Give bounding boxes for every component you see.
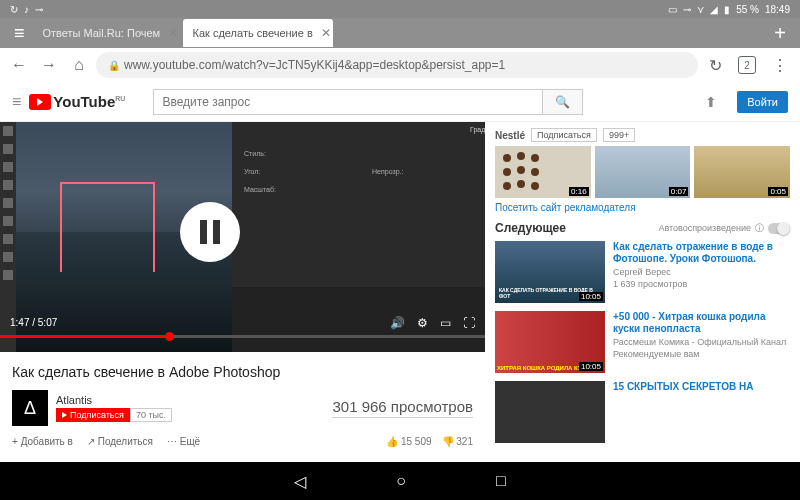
- ad-subcount: 999+: [603, 128, 635, 142]
- home-nav-icon[interactable]: ○: [396, 472, 406, 490]
- upload-icon[interactable]: ⬆: [693, 94, 729, 110]
- home-button[interactable]: ⌂: [66, 52, 92, 78]
- ad-thumb-2[interactable]: 0:07: [595, 146, 691, 198]
- page-content: ≡ YouTube RU 🔍 ⬆ Войти: [0, 82, 800, 462]
- channel-row: Δ Atlantis Подписаться 70 тыс. 301 966 п…: [12, 390, 473, 426]
- autoplay-toggle[interactable]: Автовоспроизведение ⓘ: [658, 222, 790, 235]
- settings-icon[interactable]: ⚙: [417, 316, 428, 330]
- clock: 18:49: [765, 4, 790, 15]
- main-content: ГрадиентОбводкаТекстура Стиль: Угол: Мас…: [0, 122, 800, 462]
- toggle-switch[interactable]: [768, 223, 790, 234]
- youtube-menu-icon[interactable]: ≡: [12, 93, 21, 111]
- player-time: 1:47 / 5:07: [10, 317, 57, 328]
- menu-icon[interactable]: ≡: [6, 23, 33, 44]
- dislike-button[interactable]: 👎 321: [442, 436, 473, 447]
- rec-views: Рекомендуемые вам: [613, 349, 790, 359]
- youtube-logo[interactable]: YouTube RU: [29, 93, 125, 110]
- player-controls: 🔊 ⚙ ▭ ⛶: [390, 316, 475, 330]
- back-nav-icon[interactable]: ◁: [294, 472, 306, 491]
- view-count: 301 966 просмотров: [332, 398, 473, 418]
- close-tab-icon[interactable]: ✕: [168, 26, 178, 40]
- browser-url-bar: ← → ⌂ 🔒 www.youtube.com/watch?v=JcTN5yKK…: [0, 48, 800, 82]
- rec-thumbnail: [495, 381, 605, 443]
- fullscreen-icon[interactable]: ⛶: [463, 316, 475, 330]
- browser-tab-bar: ≡ Ответы Mail.Ru: Почем ✕ Как сделать св…: [0, 18, 800, 48]
- url-input[interactable]: 🔒 www.youtube.com/watch?v=JcTN5yKKij4&ap…: [96, 52, 698, 78]
- rec-title: 15 СКРЫТЫХ СЕКРЕТОВ НА: [613, 381, 790, 393]
- ad-subscribe-button[interactable]: Подписаться: [531, 128, 597, 142]
- reload-button[interactable]: ↻: [702, 52, 728, 78]
- sign-in-button[interactable]: Войти: [737, 91, 788, 113]
- lock-icon: 🔒: [108, 60, 120, 71]
- info-icon[interactable]: ⓘ: [755, 222, 764, 235]
- browser-menu-button[interactable]: ⋮: [766, 56, 794, 75]
- ad-thumb-1[interactable]: 0:16: [495, 146, 591, 198]
- recommendation-2[interactable]: ХИТРАЯ КОШКА РОДИЛА КУ 10:05 +50 000 - Х…: [495, 311, 790, 373]
- add-to-button[interactable]: + Добавить в: [12, 436, 73, 447]
- new-tab-button[interactable]: +: [766, 22, 794, 45]
- recommendation-3[interactable]: 15 СКРЫТЫХ СЕКРЕТОВ НА: [495, 381, 790, 443]
- duration-badge: 0:16: [569, 187, 589, 196]
- tab-title: Ответы Mail.Ru: Почем: [43, 27, 161, 39]
- rec-views: 1 639 просмотров: [613, 279, 790, 289]
- subscriber-count: 70 тыс.: [130, 408, 172, 422]
- rec-channel: Сергей Верес: [613, 267, 790, 277]
- duration-badge: 0:07: [669, 187, 689, 196]
- channel-avatar[interactable]: Δ: [12, 390, 48, 426]
- ad-thumbnails: 0:16 0:07 0:05: [495, 146, 790, 198]
- recent-nav-icon[interactable]: □: [496, 472, 506, 490]
- back-button[interactable]: ←: [6, 52, 32, 78]
- video-info: Как сделать свечение в Adobe Photoshop Δ…: [0, 352, 485, 459]
- notification-icon: ↻: [10, 4, 18, 15]
- search-form: 🔍: [153, 89, 583, 115]
- tab-1[interactable]: Ответы Mail.Ru: Почем ✕: [33, 19, 183, 47]
- ad-header: Nestlé Подписаться 999+: [495, 128, 790, 142]
- vpn-key-icon: ⊸: [683, 4, 691, 15]
- url-text: www.youtube.com/watch?v=JcTN5yKKij4&app=…: [124, 58, 505, 72]
- like-button[interactable]: 👍 15 509: [386, 436, 431, 447]
- ad-brand[interactable]: Nestlé: [495, 130, 525, 141]
- rec-channel: Рассмеши Комика - Официальный Канал: [613, 337, 790, 347]
- video-player[interactable]: ГрадиентОбводкаТекстура Стиль: Угол: Мас…: [0, 122, 485, 352]
- photoshop-panel: ГрадиентОбводкаТекстура Стиль: Угол: Мас…: [232, 122, 485, 287]
- subscribe-button[interactable]: Подписаться: [56, 408, 130, 422]
- sidebar: Nestlé Подписаться 999+ 0:16 0:07 0:05 П: [485, 122, 800, 462]
- duration-badge: 0:05: [768, 187, 788, 196]
- duration-badge: 10:05: [579, 362, 603, 371]
- search-button[interactable]: 🔍: [543, 89, 583, 115]
- more-button[interactable]: ⋯ Ещё: [167, 436, 200, 447]
- theater-icon[interactable]: ▭: [440, 316, 451, 330]
- forward-button[interactable]: →: [36, 52, 62, 78]
- music-icon: ♪: [24, 4, 29, 15]
- recommendation-1[interactable]: Ps КАК СДЕЛАТЬ ОТРАЖЕНИЕ В ВОДЕ В ФОТ 10…: [495, 241, 790, 303]
- up-next-label: Следующее: [495, 221, 566, 235]
- share-button[interactable]: ↗ Поделиться: [87, 436, 153, 447]
- rec-thumbnail: ХИТРАЯ КОШКА РОДИЛА КУ 10:05: [495, 311, 605, 373]
- rec-title: +50 000 - Хитрая кошка родила куски пено…: [613, 311, 790, 335]
- ad-thumb-3[interactable]: 0:05: [694, 146, 790, 198]
- tab-2-active[interactable]: Как сделать свечение в ✕: [183, 19, 333, 47]
- duration-badge: 10:05: [579, 292, 603, 301]
- rec-title: Как сделать отражение в воде в Фотошопе.…: [613, 241, 790, 265]
- key-icon: ⊸: [35, 4, 43, 15]
- rec-thumbnail: Ps КАК СДЕЛАТЬ ОТРАЖЕНИЕ В ВОДЕ В ФОТ 10…: [495, 241, 605, 303]
- video-title: Как сделать свечение в Adobe Photoshop: [12, 364, 473, 380]
- tab-count[interactable]: 2: [738, 56, 756, 74]
- android-status-bar: ↻ ♪ ⊸ ▭ ⊸ ⋎ ◢ ▮ 55 % 18:49: [0, 0, 800, 18]
- youtube-play-icon: [29, 94, 51, 110]
- video-actions: + Добавить в ↗ Поделиться ⋯ Ещё 👍 15 509…: [12, 436, 473, 447]
- channel-name[interactable]: Atlantis: [56, 394, 172, 406]
- pause-overlay[interactable]: [180, 202, 240, 262]
- youtube-header: ≡ YouTube RU 🔍 ⬆ Войти: [0, 82, 800, 122]
- signal-icon: ◢: [710, 4, 718, 15]
- battery-icon: ▮: [724, 4, 730, 15]
- wifi-icon: ⋎: [697, 4, 704, 15]
- ad-link[interactable]: Посетить сайт рекламодателя: [495, 202, 790, 213]
- volume-icon[interactable]: 🔊: [390, 316, 405, 330]
- cast-icon: ▭: [668, 4, 677, 15]
- up-next-header: Следующее Автовоспроизведение ⓘ: [495, 221, 790, 235]
- search-input[interactable]: [153, 89, 543, 115]
- close-tab-icon[interactable]: ✕: [321, 26, 331, 40]
- progress-bar[interactable]: [0, 335, 485, 338]
- android-nav-bar: ◁ ○ □: [0, 462, 800, 500]
